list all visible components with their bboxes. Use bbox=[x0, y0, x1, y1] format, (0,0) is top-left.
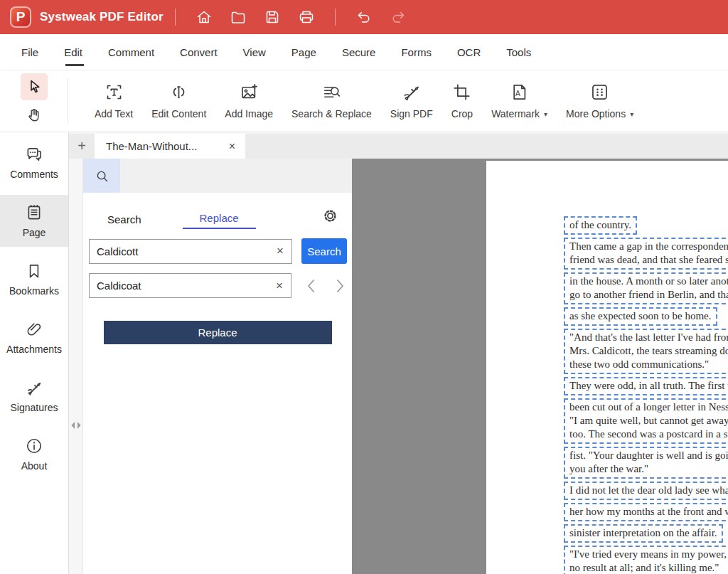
select-tool-button[interactable] bbox=[21, 73, 48, 100]
text-line: her how my months at the front and wha bbox=[569, 505, 728, 519]
save-icon bbox=[264, 9, 281, 26]
add-image-label: Add Image bbox=[225, 108, 273, 119]
more-options-button[interactable]: More Options▾ bbox=[557, 83, 643, 119]
titlebar: P Systweak PDF Editor bbox=[0, 0, 728, 34]
hand-tool-button[interactable] bbox=[22, 104, 46, 127]
menu-ocr[interactable]: OCR bbox=[444, 34, 493, 70]
tab-search[interactable]: Search bbox=[107, 213, 141, 229]
svg-text:A: A bbox=[515, 90, 520, 97]
sidebar-item-bookmarks[interactable]: Bookmarks bbox=[0, 253, 68, 305]
document-viewer[interactable]: of the country. Then came a gap in the c… bbox=[352, 159, 728, 574]
add-image-button[interactable]: Add Image bbox=[215, 83, 282, 119]
undo-button[interactable] bbox=[355, 8, 373, 26]
open-file-button[interactable] bbox=[229, 8, 247, 26]
text-line: you after the war." bbox=[569, 462, 728, 476]
sidebar-item-comments[interactable]: Comments bbox=[0, 137, 68, 188]
text-block[interactable]: "I've tried every means in my power, Ja … bbox=[564, 546, 728, 574]
replace-input[interactable] bbox=[97, 280, 274, 292]
more-options-label: More Options bbox=[566, 108, 626, 119]
add-text-label: Add Text bbox=[95, 108, 133, 119]
text-line: fist. "Your daughter is well and is goin… bbox=[569, 449, 728, 462]
menu-file[interactable]: File bbox=[9, 34, 51, 70]
sidebar-bookmarks-label: Bookmarks bbox=[9, 285, 59, 297]
crop-button[interactable]: Crop bbox=[442, 83, 482, 119]
app-title: Systweak PDF Editor bbox=[40, 10, 164, 24]
next-match-icon[interactable] bbox=[333, 278, 347, 294]
sidebar-attachments-label: Attachments bbox=[6, 344, 62, 355]
menu-secure[interactable]: Secure bbox=[329, 34, 389, 70]
menu-view[interactable]: View bbox=[230, 34, 279, 70]
search-replace-icon bbox=[322, 83, 341, 102]
panel-gutter bbox=[69, 159, 83, 574]
tab-replace[interactable]: Replace bbox=[183, 212, 256, 229]
previous-match-icon[interactable] bbox=[304, 278, 318, 294]
text-block[interactable]: "And that's the last letter I've had fro… bbox=[564, 329, 728, 374]
sidebar-item-signatures[interactable]: Signatures bbox=[0, 370, 68, 422]
search-input[interactable] bbox=[97, 245, 275, 257]
menu-convert[interactable]: Convert bbox=[167, 34, 230, 70]
panel-resize-handle[interactable] bbox=[70, 420, 82, 430]
watermark-label: Watermark bbox=[491, 108, 540, 119]
print-button[interactable] bbox=[297, 8, 316, 26]
comments-icon bbox=[25, 145, 43, 164]
text-block[interactable]: I did not let the dear old lady see what… bbox=[564, 482, 728, 500]
text-line: go to another friend in Berlin, and that… bbox=[569, 288, 728, 302]
menu-tools[interactable]: Tools bbox=[493, 34, 544, 70]
text-line: "I am quite well, but cannot get away yo bbox=[569, 414, 728, 427]
replace-button[interactable]: Replace bbox=[104, 321, 332, 344]
replace-clear-icon[interactable]: × bbox=[274, 279, 284, 293]
sign-pdf-icon bbox=[402, 83, 421, 102]
edit-toolbar: Add Text Edit Content Add Image Search &… bbox=[0, 70, 728, 132]
more-options-dropdown-icon[interactable]: ▾ bbox=[630, 110, 633, 118]
add-text-button[interactable]: Add Text bbox=[85, 83, 142, 119]
watermark-dropdown-icon[interactable]: ▾ bbox=[544, 110, 547, 118]
menu-edit[interactable]: Edit bbox=[51, 34, 95, 70]
watermark-icon: A bbox=[510, 83, 529, 102]
text-line: been cut out of a longer letter in Nessa… bbox=[569, 400, 728, 414]
sidebar-item-about[interactable]: About bbox=[0, 428, 68, 480]
sign-pdf-button[interactable]: Sign PDF bbox=[381, 83, 442, 119]
text-block[interactable]: sinister interpretation on the affair. bbox=[564, 524, 723, 543]
sign-pdf-label: Sign PDF bbox=[390, 108, 433, 119]
edit-content-button[interactable]: Edit Content bbox=[142, 83, 215, 119]
search-button[interactable]: Search bbox=[301, 238, 347, 264]
undo-icon bbox=[355, 9, 373, 26]
menu-forms[interactable]: Forms bbox=[388, 34, 444, 70]
text-block[interactable]: her how my months at the front and wha bbox=[564, 503, 728, 521]
text-block[interactable]: in the house. A month or so later anothe… bbox=[564, 272, 728, 304]
text-line: Then came a gap in the correspondence, bbox=[569, 240, 728, 253]
text-block[interactable]: been cut out of a longer letter in Nessa… bbox=[564, 398, 728, 444]
text-block[interactable]: They were odd, in all truth. The first w… bbox=[564, 377, 728, 395]
text-block[interactable]: as she expected soon to be home. bbox=[564, 307, 717, 326]
redo-icon bbox=[390, 9, 407, 26]
text-blocks: of the country. Then came a gap in the c… bbox=[564, 216, 728, 574]
menu-comment[interactable]: Comment bbox=[95, 34, 167, 70]
redo-button[interactable] bbox=[389, 8, 407, 26]
page-icon bbox=[25, 203, 43, 222]
text-block[interactable]: fist. "Your daughter is well and is goin… bbox=[564, 447, 728, 479]
panel-search-tool-button[interactable] bbox=[83, 159, 120, 193]
sidebar-item-page[interactable]: Page bbox=[0, 195, 68, 247]
sidebar-comments-label: Comments bbox=[10, 169, 58, 180]
home-button[interactable] bbox=[195, 8, 213, 26]
search-replace-panel: Search Replace × Search bbox=[83, 159, 352, 574]
text-block[interactable]: of the country. bbox=[564, 216, 637, 235]
menu-page[interactable]: Page bbox=[279, 34, 329, 70]
titlebar-divider bbox=[175, 9, 176, 26]
sidebar-item-attachments[interactable]: Attachments bbox=[0, 312, 68, 363]
text-line: these two odd communications." bbox=[569, 358, 728, 371]
search-clear-icon[interactable]: × bbox=[275, 244, 285, 258]
search-replace-button[interactable]: Search & Replace bbox=[282, 83, 381, 119]
document-tab[interactable]: The-Man-Without... × bbox=[95, 134, 245, 159]
save-button[interactable] bbox=[263, 8, 282, 26]
search-settings-button[interactable] bbox=[321, 207, 339, 228]
replace-field-row: × bbox=[89, 273, 347, 298]
new-tab-button[interactable]: + bbox=[69, 134, 95, 159]
add-image-icon bbox=[240, 83, 259, 102]
panel-tabs: Search Replace bbox=[83, 207, 352, 229]
sidebar-page-label: Page bbox=[23, 227, 46, 238]
tab-close-icon[interactable]: × bbox=[228, 140, 237, 153]
gear-icon bbox=[321, 207, 339, 225]
watermark-button[interactable]: A Watermark▾ bbox=[482, 83, 557, 119]
text-block[interactable]: Then came a gap in the correspondence, f… bbox=[564, 238, 728, 270]
